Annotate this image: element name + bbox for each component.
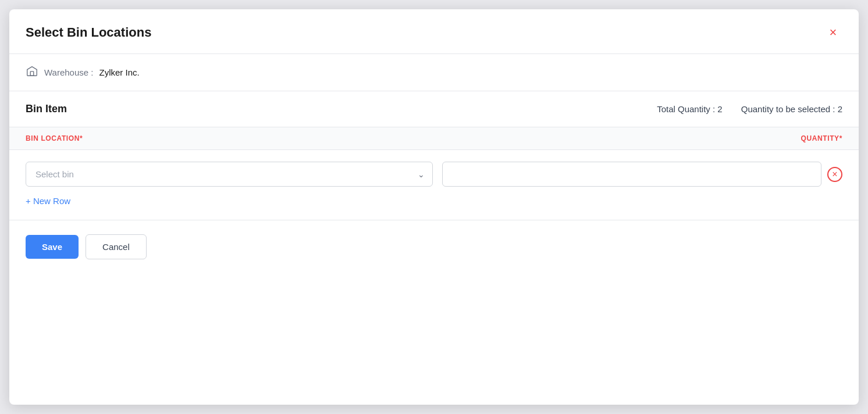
close-button[interactable]: × [824, 23, 842, 42]
modal-title: Select Bin Locations [26, 25, 151, 40]
select-bin-locations-modal: Select Bin Locations × Warehouse : Zylke… [9, 9, 859, 405]
quantity-to-select-label: Quantity to be selected : 2 [741, 104, 842, 114]
quantity-column-header: QUANTITY* [433, 134, 842, 142]
table-row: Select bin ⌄ × [26, 162, 842, 187]
table-body: Select bin ⌄ × + New Row [9, 150, 859, 220]
save-button[interactable]: Save [26, 235, 79, 259]
bin-location-select-wrapper: Select bin ⌄ [26, 162, 433, 187]
quantity-input[interactable] [442, 162, 821, 187]
add-new-row-button[interactable]: + New Row [26, 194, 70, 208]
modal-header: Select Bin Locations × [9, 9, 859, 54]
warehouse-label: Warehouse : [44, 67, 94, 77]
modal-footer: Save Cancel [9, 220, 859, 273]
delete-icon: × [827, 167, 842, 182]
close-icon: × [830, 26, 837, 39]
warehouse-icon [26, 65, 38, 80]
bin-location-select[interactable]: Select bin [26, 162, 433, 187]
warehouse-name: Zylker Inc. [99, 67, 140, 77]
bin-location-column-header: BIN LOCATION* [26, 134, 433, 142]
quantity-input-wrapper: × [442, 162, 842, 187]
bin-item-label: Bin Item [26, 103, 67, 115]
table-header: BIN LOCATION* QUANTITY* [9, 127, 859, 150]
warehouse-section: Warehouse : Zylker Inc. [9, 54, 859, 91]
bin-item-section: Bin Item Total Quantity : 2 Quantity to … [9, 91, 859, 127]
delete-row-button[interactable]: × [827, 167, 842, 182]
cancel-button[interactable]: Cancel [86, 234, 147, 259]
quantity-info: Total Quantity : 2 Quantity to be select… [657, 104, 842, 114]
total-quantity-label: Total Quantity : 2 [657, 104, 723, 114]
add-row-label: + New Row [26, 196, 70, 206]
svg-rect-0 [30, 72, 34, 76]
